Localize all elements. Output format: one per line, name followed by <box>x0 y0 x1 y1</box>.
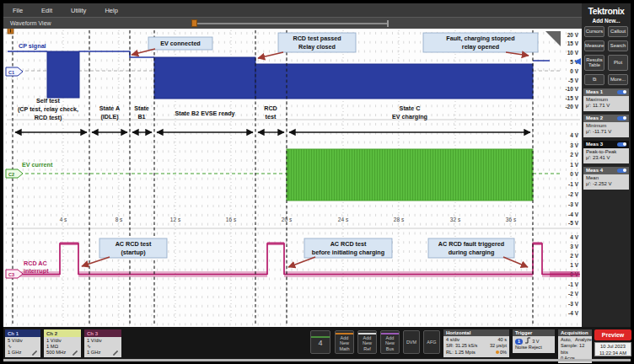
menu-bar: File Edit Utility Help <box>3 3 582 17</box>
meas-3-badge[interactable]: Meas 3 Peak-to-Peakμ′: 23.41 V <box>583 141 629 163</box>
channel-3-badge[interactable]: Ch 3 1 V/div ∿ 1 GHz <box>84 329 121 357</box>
probe-tip-icon <box>31 350 38 356</box>
sample-rate: SR: 31.25 kS/s <box>446 343 477 349</box>
channel-2-impedance: 1 MΩ <box>46 344 78 350</box>
meas-1-value: μ′: 11.71 V <box>586 103 626 110</box>
oscilloscope-screen: File Edit Utility Help Waveform View <box>0 0 634 364</box>
meas-2-value: μ′: -11.71 V <box>586 129 626 136</box>
horizontal-window: 40 s <box>497 337 507 343</box>
ref-color-strip <box>358 333 376 335</box>
meas-2-type: Minimum <box>586 123 626 130</box>
add-new-math-button[interactable]: Add New Math <box>335 330 354 354</box>
meas-4-type: Mean <box>586 175 626 182</box>
meas-3-toggle[interactable] <box>617 142 626 147</box>
add-new-bus-button[interactable]: Add New Bus <box>380 330 400 354</box>
more-button[interactable]: More... <box>608 74 628 85</box>
channel-1-bandwidth: 1 GHz <box>8 350 21 356</box>
meas-3-type: Peak-to-Peak <box>586 149 626 156</box>
meas-1-toggle[interactable] <box>617 90 626 94</box>
bottom-bezel <box>3 359 631 361</box>
trigger-source-pill: 1 <box>515 339 523 345</box>
meas-4-value: μ′: -2.252 V <box>586 181 626 188</box>
channel-2-bandwidth: 500 MHz <box>46 350 66 356</box>
meas-3-value: μ′: 23.41 V <box>586 155 626 162</box>
horizontal-scale: 4 s/div <box>446 337 459 343</box>
draw-a-box-button[interactable]: ⧉ <box>584 74 604 85</box>
ac-coupling-icon: ∿ <box>87 344 119 350</box>
waveform-plot-area[interactable] <box>3 29 582 327</box>
date-label: 10 Jul 2023 <box>595 344 631 351</box>
bus-color-strip <box>381 333 399 335</box>
horizontal-badge[interactable]: Horizontal 4 s/div40 s SR: 31.25 kS/s32 … <box>443 329 509 357</box>
acquisition-analyze: Analyze <box>575 337 592 343</box>
menu-file[interactable]: File <box>3 7 32 14</box>
brand-logo: Tektronix <box>582 6 631 16</box>
acquisition-sample: Sample: 12 bits <box>561 343 589 356</box>
channel-1-title: Ch 1 <box>5 329 40 337</box>
ac-coupling-icon: ∿ <box>8 344 38 350</box>
horizontal-position: 0% <box>500 350 507 355</box>
afg-button[interactable]: AFG <box>423 330 440 354</box>
results-table-button[interactable]: Results Table <box>584 55 604 71</box>
record-length: RL: 1.25 Mpts <box>446 350 476 356</box>
meas-1-title: Meas 1 <box>586 89 603 94</box>
trigger-mode: Noise Reject <box>515 345 552 351</box>
channel-2-title: Ch 2 <box>44 329 81 337</box>
waveform-view-bar: Waveform View <box>3 17 582 29</box>
dvm-button[interactable]: DVM <box>403 330 420 354</box>
bottom-bar: Ch 1 5 V/div ∿ 1 GHz Ch 2 1 V/div 1 MΩ 5… <box>3 327 631 359</box>
cursors-button[interactable]: Cursors <box>584 26 604 37</box>
measure-button[interactable]: Measure <box>584 40 604 51</box>
channel-3-title: Ch 3 <box>84 329 121 337</box>
acquisition-title: Acquisition <box>558 329 592 336</box>
preview-button[interactable]: Preview <box>594 329 631 340</box>
channel-3-bandwidth: 1 GHz <box>87 350 100 356</box>
rising-edge-icon <box>524 337 531 344</box>
trigger-level: 3 V <box>532 339 539 344</box>
channel-2-badge[interactable]: Ch 2 1 V/div 1 MΩ 500 MHz <box>44 329 81 357</box>
meas-1-badge[interactable]: Meas 1 Maximumμ′: 11.71 V <box>583 88 629 111</box>
trigger-badge[interactable]: Trigger 1 3 V Noise Reject <box>513 329 555 353</box>
channel-4-button[interactable]: 4 <box>310 330 330 354</box>
meas-2-badge[interactable]: Meas 2 Minimumμ′: -11.71 V <box>583 115 629 137</box>
search-button[interactable]: Search <box>608 40 628 51</box>
acquisition-mode: Auto, <box>561 337 572 343</box>
trigger-position-marker[interactable] <box>191 19 197 27</box>
channel-2-scale: 1 V/div <box>46 338 78 344</box>
menu-help[interactable]: Help <box>95 7 126 14</box>
probe-tip-icon <box>72 350 78 356</box>
horizontal-pan-track[interactable] <box>196 23 388 24</box>
meas-4-title: Meas 4 <box>586 168 603 173</box>
channel-1-scale: 5 V/div <box>8 338 38 344</box>
draw-a-box-icon: ⧉ <box>593 77 596 82</box>
meas-2-title: Meas 2 <box>586 115 603 120</box>
channel-3-scale: 1 V/div <box>87 338 119 344</box>
meas-4-badge[interactable]: Meas 4 Meanμ′: -2.252 V <box>583 167 629 190</box>
waveform-view-title: Waveform View <box>10 20 51 26</box>
meas-1-type: Maximum <box>586 97 626 104</box>
menu-utility[interactable]: Utility <box>62 7 95 14</box>
time-label: 11:22:34 AM <box>595 351 631 357</box>
datetime-display: 10 Jul 2023 11:22:34 AM <box>594 342 631 356</box>
channel-1-badge[interactable]: Ch 1 5 V/div ∿ 1 GHz <box>5 329 40 357</box>
callout-button[interactable]: Callout <box>608 26 628 37</box>
add-new-label: Add New... <box>582 18 631 24</box>
meas-4-toggle[interactable] <box>617 169 626 173</box>
menu-edit[interactable]: Edit <box>32 7 62 14</box>
meas-2-toggle[interactable] <box>617 116 626 120</box>
channel-4-color-strip <box>311 336 330 338</box>
position-dot-icon <box>496 351 499 354</box>
math-color-strip <box>336 333 353 335</box>
trigger-title: Trigger <box>513 329 555 336</box>
probe-tip-icon <box>112 350 119 356</box>
plot-button[interactable]: Plot <box>608 55 628 71</box>
right-sidebar: Tektronix Add New... Cursors Callout Mea… <box>582 3 631 327</box>
horizontal-title: Horizontal <box>443 329 509 336</box>
horizontal-pan-end-tick <box>387 20 389 27</box>
add-new-ref-button[interactable]: Add New Ref <box>357 330 377 354</box>
time-resolution: 32 μs/pt <box>490 343 507 349</box>
meas-3-title: Meas 3 <box>586 142 603 147</box>
